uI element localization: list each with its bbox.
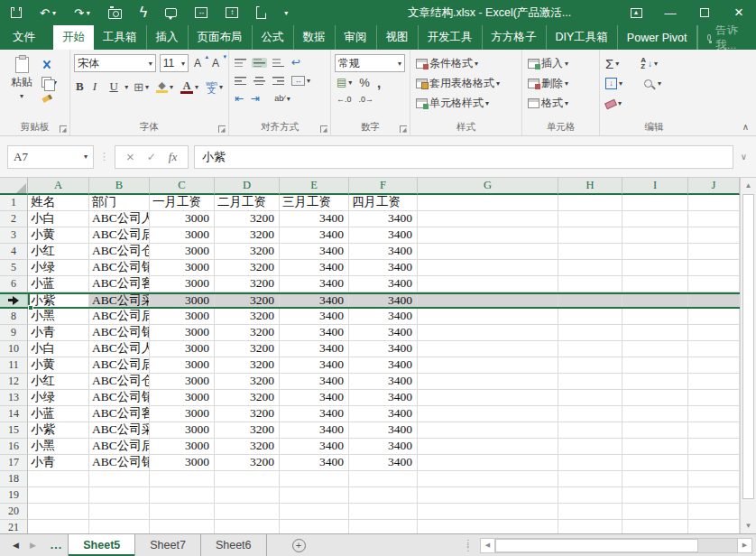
name-box-dropdown-icon[interactable]: ▾ <box>84 153 88 161</box>
cell-A1[interactable]: 姓名 <box>28 195 89 211</box>
sheet-tab-sheet6[interactable]: Sheet6 <box>201 534 267 556</box>
merge-center-button[interactable]: ↔▾ <box>290 75 312 87</box>
cell-B21[interactable] <box>89 520 150 533</box>
cell-I16[interactable] <box>622 439 688 455</box>
wrap-text-button[interactable]: ↩ <box>290 55 302 70</box>
cell-F6[interactable]: 3400 <box>349 276 418 292</box>
save-button[interactable] <box>11 7 22 18</box>
cell-D21[interactable] <box>215 520 280 533</box>
sheet-tab-sheet7[interactable]: Sheet7 <box>135 534 201 556</box>
cell-I13[interactable] <box>622 390 688 406</box>
cell-H1[interactable] <box>558 195 622 211</box>
cell-D9[interactable]: 3200 <box>215 325 280 341</box>
cell-B12[interactable]: ABC公司仓 <box>89 374 150 390</box>
decrease-decimal-button[interactable]: .0→ <box>357 95 376 105</box>
cell-B8[interactable]: ABC公司后 <box>89 309 150 325</box>
conditional-formatting-button[interactable]: 条件格式▾ <box>414 55 480 72</box>
cell-A14[interactable]: 小蓝 <box>28 406 89 422</box>
row-header-9[interactable]: 9 <box>0 325 28 341</box>
format-painter-button[interactable] <box>40 94 59 107</box>
accounting-dropdown-icon[interactable]: ▾ <box>348 79 352 87</box>
cell-B15[interactable]: ABC公司采 <box>89 422 150 439</box>
cell-E13[interactable]: 3400 <box>280 390 349 406</box>
cell-G14[interactable] <box>418 406 558 422</box>
cell-J19[interactable] <box>688 487 740 504</box>
cell-D17[interactable]: 3200 <box>215 455 280 471</box>
row-header-7[interactable] <box>0 294 28 307</box>
selection-fill-handle[interactable] <box>28 305 33 310</box>
scroll-down-button[interactable]: ▼ <box>741 518 756 533</box>
cell-I11[interactable] <box>622 357 688 374</box>
column-width-button[interactable]: ↔ <box>195 7 207 18</box>
cell-H14[interactable] <box>558 406 622 422</box>
cell-E4[interactable]: 3400 <box>280 244 349 260</box>
fill-button[interactable]: ↓▾ <box>604 77 624 90</box>
cell-D11[interactable]: 3200 <box>215 357 280 374</box>
row-header-3[interactable]: 3 <box>0 227 28 244</box>
cell-B7[interactable]: ABC公司采 <box>89 294 150 307</box>
cell-C11[interactable]: 3000 <box>150 357 215 374</box>
cell-B3[interactable]: ABC公司后 <box>89 227 150 244</box>
cell-J16[interactable] <box>688 439 740 455</box>
cell-E15[interactable]: 3400 <box>280 422 349 439</box>
column-header-H[interactable]: H <box>558 178 622 195</box>
cell-C4[interactable]: 3000 <box>150 244 215 260</box>
cell-D1[interactable]: 二月工资 <box>215 195 280 211</box>
paste-button[interactable]: 粘贴 ▾ <box>4 53 40 107</box>
cell-F15[interactable]: 3400 <box>349 422 418 439</box>
cell-J5[interactable] <box>688 260 740 276</box>
cell-A21[interactable] <box>28 520 89 533</box>
cell-H12[interactable] <box>558 374 622 390</box>
cell-D6[interactable]: 3200 <box>215 276 280 292</box>
cell-J9[interactable] <box>688 325 740 341</box>
copy-button[interactable]: ▾ <box>40 76 59 88</box>
phonetic-guide-button[interactable]: wén文▾ <box>204 79 225 94</box>
cell-D3[interactable]: 3200 <box>215 227 280 244</box>
decrease-font-button[interactable]: A▾ <box>210 56 225 70</box>
cell-E10[interactable]: 3400 <box>280 341 349 357</box>
tab-diy-toolbox[interactable]: DIY工具箱 <box>547 25 618 50</box>
cell-B1[interactable]: 部门 <box>89 195 150 211</box>
row-header-15[interactable]: 15 <box>0 422 28 439</box>
cell-H17[interactable] <box>558 455 622 471</box>
row-header-8[interactable]: 8 <box>0 309 28 325</box>
cell-I5[interactable] <box>622 260 688 276</box>
ribbon-display-options-button[interactable]: ▴ <box>619 0 653 25</box>
column-header-B[interactable]: B <box>89 178 150 195</box>
cell-G4[interactable] <box>418 244 558 260</box>
cell-G13[interactable] <box>418 390 558 406</box>
cell-C18[interactable] <box>150 471 215 487</box>
vertical-scrollbar[interactable]: ▲ ▼ <box>740 178 756 533</box>
delete-cells-button[interactable]: 删除▾ <box>526 75 570 92</box>
cell-G21[interactable] <box>418 520 558 533</box>
cell-F14[interactable]: 3400 <box>349 406 418 422</box>
cell-C7[interactable]: 3000 <box>150 294 215 307</box>
cell-B10[interactable]: ABC公司人 <box>89 341 150 357</box>
cell-F18[interactable] <box>349 471 418 487</box>
fill-dropdown-icon[interactable]: ▾ <box>619 79 622 88</box>
borders-button[interactable]: ⊞▾ <box>132 79 151 95</box>
cell-I2[interactable] <box>622 211 688 227</box>
cell-E9[interactable]: 3400 <box>280 325 349 341</box>
row-header-13[interactable]: 13 <box>0 390 28 406</box>
vertical-scroll-thumb[interactable] <box>742 194 754 499</box>
cell-J8[interactable] <box>688 309 740 325</box>
increase-decimal-button[interactable]: ←.0 <box>335 95 354 105</box>
select-all-corner[interactable] <box>0 178 28 195</box>
cell-A18[interactable] <box>28 471 89 487</box>
cell-B13[interactable]: ABC公司销 <box>89 390 150 406</box>
fill-color-dropdown-icon[interactable]: ▾ <box>170 83 173 91</box>
cell-F2[interactable]: 3400 <box>349 211 418 227</box>
font-size-combo[interactable]: 11▾ <box>160 54 189 72</box>
row-height-button[interactable]: ↕ <box>226 7 238 18</box>
cell-I7[interactable] <box>622 294 688 307</box>
increase-font-button[interactable]: A▴ <box>192 56 207 70</box>
cell-H8[interactable] <box>558 309 622 325</box>
cell-A2[interactable]: 小白 <box>28 211 89 227</box>
cell-H4[interactable] <box>558 244 622 260</box>
new-sheet-button[interactable]: + <box>292 534 306 556</box>
sheet-nav-right-icon[interactable]: ▶ <box>30 541 36 550</box>
merge-dropdown-icon[interactable]: ▾ <box>307 77 310 85</box>
cell-H13[interactable] <box>558 390 622 406</box>
cell-B9[interactable]: ABC公司销 <box>89 325 150 341</box>
